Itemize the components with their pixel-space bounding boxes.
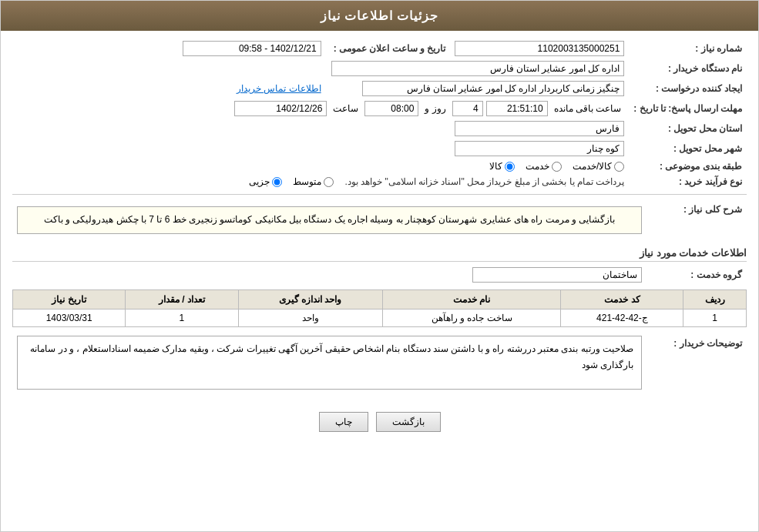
city-value: کوه چنار <box>455 141 624 156</box>
col-header-code: کد خدمت <box>561 289 683 309</box>
response-deadline-label: مهلت ارسال پاسخ: تا تاریخ : <box>629 99 747 119</box>
divider1 <box>12 194 747 195</box>
category-radio-service[interactable]: خدمت <box>526 161 562 172</box>
response-date: 1402/12/26 <box>234 101 327 116</box>
col-header-name: نام خدمت <box>382 289 561 309</box>
remaining-label: ساعت باقی مانده <box>554 103 622 114</box>
col-header-date: تاریخ نیاز <box>13 289 126 309</box>
announce-date-value: 1402/12/21 - 09:58 <box>183 41 321 56</box>
services-section-header: اطلاعات خدمات مورد نیاز <box>12 247 747 262</box>
category-radio-goods[interactable]: کالا <box>489 161 515 172</box>
buyer-notes-text: صلاحیت ورتبه بندی معتبر دررشته راه و با … <box>17 336 642 390</box>
description-label: شرح کلی نیاز : <box>646 199 747 241</box>
creator-value: چنگیز زمانی کاربردار اداره کل امور عشایر… <box>362 81 624 96</box>
need-number-label: شماره نیاز : <box>629 38 747 59</box>
process-note: پرداخت تمام یا بخشی از مبلغ خریداز محل "… <box>344 176 624 187</box>
province-label: استان محل تحویل : <box>629 119 747 139</box>
process-label: نوع فرآیند خرید : <box>629 174 747 189</box>
category-label: طبقه بندی موضوعی : <box>629 159 747 174</box>
province-value: فارس <box>455 121 624 136</box>
contact-link[interactable]: اطلاعات تماس خریدار <box>237 83 321 94</box>
announce-date-label: تاریخ و ساعت اعلان عمومی : <box>326 38 451 59</box>
process-radio-medium[interactable]: متوسط <box>293 176 334 187</box>
category-radio-goods-service[interactable]: کالا/خدمت <box>573 161 624 172</box>
service-group-label: گروه خدمت : <box>646 265 747 285</box>
need-number-value: 1102003135000251 <box>455 41 624 56</box>
response-days: 4 <box>452 101 483 116</box>
table-row: 1 ج-42-42-421 ساخت جاده و راهآهن واحد 1 … <box>13 309 747 326</box>
col-header-qty: تعداد / مقدار <box>126 289 238 309</box>
process-radio-partial[interactable]: جزیی <box>249 176 282 187</box>
city-label: شهر محل تحویل : <box>629 139 747 159</box>
page-header: جزئیات اطلاعات نیاز <box>1 1 758 31</box>
buyer-org-label: نام دستگاه خریدار : <box>629 59 747 79</box>
back-button[interactable]: بازگشت <box>376 412 441 432</box>
time-label: ساعت <box>333 103 358 114</box>
col-header-unit: واحد اندازه گیری <box>238 289 382 309</box>
col-header-row: ردیف <box>683 289 747 309</box>
services-table: ردیف کد خدمت نام خدمت واحد اندازه گیری ت… <box>12 289 747 327</box>
response-time: 08:00 <box>364 101 418 116</box>
days-label: روز و <box>425 103 445 114</box>
description-text: بازگشایی و مرمت راه های عشایری شهرستان ک… <box>17 206 642 234</box>
response-time2: 21:51:10 <box>486 101 548 116</box>
button-bar: بازگشت چاپ <box>1 404 758 443</box>
print-button[interactable]: چاپ <box>319 412 368 432</box>
buyer-notes-label: توضیحات خریدار : <box>646 333 747 392</box>
buyer-org-value: اداره کل امور عشایر استان فارس <box>331 61 624 76</box>
service-group-value: ساختمان <box>472 267 642 283</box>
creator-label: ایجاد کننده درخواست : <box>629 79 747 99</box>
